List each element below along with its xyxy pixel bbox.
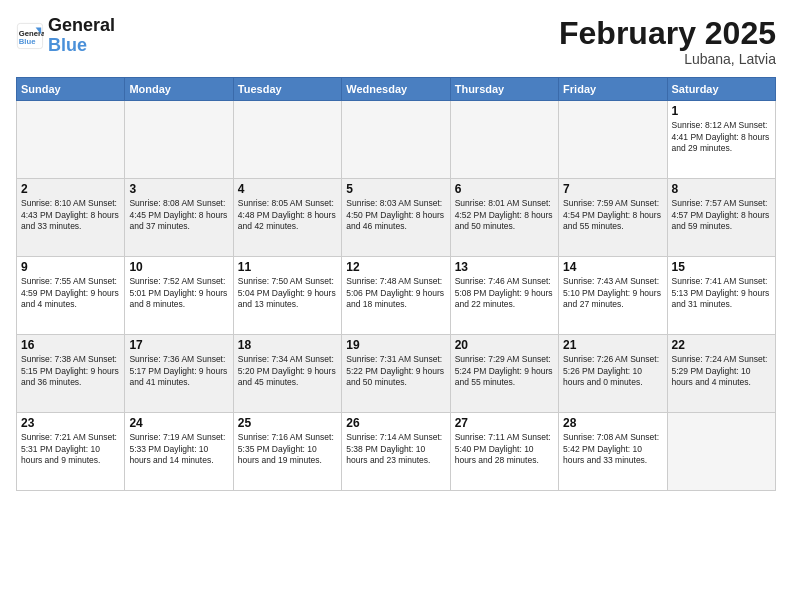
location-subtitle: Lubana, Latvia	[559, 51, 776, 67]
svg-text:Blue: Blue	[19, 37, 36, 46]
day-info: Sunrise: 7:08 AM Sunset: 5:42 PM Dayligh…	[563, 432, 662, 466]
week-row-5: 23Sunrise: 7:21 AM Sunset: 5:31 PM Dayli…	[17, 413, 776, 491]
day-info: Sunrise: 7:11 AM Sunset: 5:40 PM Dayligh…	[455, 432, 554, 466]
calendar-cell: 23Sunrise: 7:21 AM Sunset: 5:31 PM Dayli…	[17, 413, 125, 491]
day-info: Sunrise: 7:48 AM Sunset: 5:06 PM Dayligh…	[346, 276, 445, 310]
calendar-cell: 18Sunrise: 7:34 AM Sunset: 5:20 PM Dayli…	[233, 335, 341, 413]
col-monday: Monday	[125, 78, 233, 101]
day-number: 25	[238, 416, 337, 430]
day-info: Sunrise: 7:34 AM Sunset: 5:20 PM Dayligh…	[238, 354, 337, 388]
calendar-cell: 19Sunrise: 7:31 AM Sunset: 5:22 PM Dayli…	[342, 335, 450, 413]
day-info: Sunrise: 7:19 AM Sunset: 5:33 PM Dayligh…	[129, 432, 228, 466]
day-info: Sunrise: 7:29 AM Sunset: 5:24 PM Dayligh…	[455, 354, 554, 388]
day-number: 26	[346, 416, 445, 430]
day-number: 24	[129, 416, 228, 430]
week-row-3: 9Sunrise: 7:55 AM Sunset: 4:59 PM Daylig…	[17, 257, 776, 335]
day-info: Sunrise: 7:43 AM Sunset: 5:10 PM Dayligh…	[563, 276, 662, 310]
logo-line1: General	[48, 16, 115, 36]
day-number: 8	[672, 182, 771, 196]
day-number: 17	[129, 338, 228, 352]
page: General Blue General Blue February 2025 …	[0, 0, 792, 612]
header: General Blue General Blue February 2025 …	[16, 16, 776, 67]
logo-line2: Blue	[48, 36, 115, 56]
calendar-cell: 15Sunrise: 7:41 AM Sunset: 5:13 PM Dayli…	[667, 257, 775, 335]
calendar-cell: 16Sunrise: 7:38 AM Sunset: 5:15 PM Dayli…	[17, 335, 125, 413]
day-info: Sunrise: 7:41 AM Sunset: 5:13 PM Dayligh…	[672, 276, 771, 310]
calendar-cell: 20Sunrise: 7:29 AM Sunset: 5:24 PM Dayli…	[450, 335, 558, 413]
day-number: 18	[238, 338, 337, 352]
day-number: 19	[346, 338, 445, 352]
day-number: 16	[21, 338, 120, 352]
day-info: Sunrise: 7:21 AM Sunset: 5:31 PM Dayligh…	[21, 432, 120, 466]
day-info: Sunrise: 7:38 AM Sunset: 5:15 PM Dayligh…	[21, 354, 120, 388]
calendar-cell: 7Sunrise: 7:59 AM Sunset: 4:54 PM Daylig…	[559, 179, 667, 257]
day-info: Sunrise: 7:24 AM Sunset: 5:29 PM Dayligh…	[672, 354, 771, 388]
calendar-cell: 8Sunrise: 7:57 AM Sunset: 4:57 PM Daylig…	[667, 179, 775, 257]
day-number: 20	[455, 338, 554, 352]
col-tuesday: Tuesday	[233, 78, 341, 101]
calendar-cell: 25Sunrise: 7:16 AM Sunset: 5:35 PM Dayli…	[233, 413, 341, 491]
logo-icon: General Blue	[16, 22, 44, 50]
calendar-cell: 1Sunrise: 8:12 AM Sunset: 4:41 PM Daylig…	[667, 101, 775, 179]
calendar-cell	[559, 101, 667, 179]
calendar-cell: 3Sunrise: 8:08 AM Sunset: 4:45 PM Daylig…	[125, 179, 233, 257]
calendar-cell: 24Sunrise: 7:19 AM Sunset: 5:33 PM Dayli…	[125, 413, 233, 491]
calendar-cell: 13Sunrise: 7:46 AM Sunset: 5:08 PM Dayli…	[450, 257, 558, 335]
calendar-cell: 2Sunrise: 8:10 AM Sunset: 4:43 PM Daylig…	[17, 179, 125, 257]
day-info: Sunrise: 7:36 AM Sunset: 5:17 PM Dayligh…	[129, 354, 228, 388]
day-info: Sunrise: 8:08 AM Sunset: 4:45 PM Dayligh…	[129, 198, 228, 232]
calendar-cell: 26Sunrise: 7:14 AM Sunset: 5:38 PM Dayli…	[342, 413, 450, 491]
logo-brand: General Blue	[48, 16, 115, 56]
col-friday: Friday	[559, 78, 667, 101]
day-info: Sunrise: 8:03 AM Sunset: 4:50 PM Dayligh…	[346, 198, 445, 232]
day-info: Sunrise: 8:10 AM Sunset: 4:43 PM Dayligh…	[21, 198, 120, 232]
calendar-cell: 6Sunrise: 8:01 AM Sunset: 4:52 PM Daylig…	[450, 179, 558, 257]
calendar-cell: 21Sunrise: 7:26 AM Sunset: 5:26 PM Dayli…	[559, 335, 667, 413]
day-number: 4	[238, 182, 337, 196]
calendar-cell: 10Sunrise: 7:52 AM Sunset: 5:01 PM Dayli…	[125, 257, 233, 335]
calendar-cell: 9Sunrise: 7:55 AM Sunset: 4:59 PM Daylig…	[17, 257, 125, 335]
day-number: 3	[129, 182, 228, 196]
day-number: 2	[21, 182, 120, 196]
day-number: 12	[346, 260, 445, 274]
calendar-cell: 27Sunrise: 7:11 AM Sunset: 5:40 PM Dayli…	[450, 413, 558, 491]
calendar-cell: 5Sunrise: 8:03 AM Sunset: 4:50 PM Daylig…	[342, 179, 450, 257]
calendar-cell: 11Sunrise: 7:50 AM Sunset: 5:04 PM Dayli…	[233, 257, 341, 335]
calendar-cell: 28Sunrise: 7:08 AM Sunset: 5:42 PM Dayli…	[559, 413, 667, 491]
calendar-cell	[125, 101, 233, 179]
calendar-cell: 12Sunrise: 7:48 AM Sunset: 5:06 PM Dayli…	[342, 257, 450, 335]
calendar-cell	[450, 101, 558, 179]
week-row-2: 2Sunrise: 8:10 AM Sunset: 4:43 PM Daylig…	[17, 179, 776, 257]
month-title: February 2025	[559, 16, 776, 51]
col-wednesday: Wednesday	[342, 78, 450, 101]
col-sunday: Sunday	[17, 78, 125, 101]
day-info: Sunrise: 7:52 AM Sunset: 5:01 PM Dayligh…	[129, 276, 228, 310]
day-info: Sunrise: 7:57 AM Sunset: 4:57 PM Dayligh…	[672, 198, 771, 232]
day-number: 11	[238, 260, 337, 274]
day-number: 23	[21, 416, 120, 430]
title-area: February 2025 Lubana, Latvia	[559, 16, 776, 67]
day-number: 21	[563, 338, 662, 352]
day-info: Sunrise: 7:55 AM Sunset: 4:59 PM Dayligh…	[21, 276, 120, 310]
day-number: 5	[346, 182, 445, 196]
day-info: Sunrise: 7:31 AM Sunset: 5:22 PM Dayligh…	[346, 354, 445, 388]
calendar: Sunday Monday Tuesday Wednesday Thursday…	[16, 77, 776, 491]
calendar-cell	[342, 101, 450, 179]
calendar-cell: 17Sunrise: 7:36 AM Sunset: 5:17 PM Dayli…	[125, 335, 233, 413]
day-number: 10	[129, 260, 228, 274]
day-info: Sunrise: 7:46 AM Sunset: 5:08 PM Dayligh…	[455, 276, 554, 310]
day-number: 6	[455, 182, 554, 196]
logo: General Blue General Blue	[16, 16, 115, 56]
calendar-cell: 4Sunrise: 8:05 AM Sunset: 4:48 PM Daylig…	[233, 179, 341, 257]
calendar-cell	[233, 101, 341, 179]
day-number: 22	[672, 338, 771, 352]
day-info: Sunrise: 8:01 AM Sunset: 4:52 PM Dayligh…	[455, 198, 554, 232]
day-number: 1	[672, 104, 771, 118]
day-number: 27	[455, 416, 554, 430]
day-number: 14	[563, 260, 662, 274]
header-row: Sunday Monday Tuesday Wednesday Thursday…	[17, 78, 776, 101]
col-saturday: Saturday	[667, 78, 775, 101]
calendar-cell	[667, 413, 775, 491]
day-number: 9	[21, 260, 120, 274]
week-row-1: 1Sunrise: 8:12 AM Sunset: 4:41 PM Daylig…	[17, 101, 776, 179]
